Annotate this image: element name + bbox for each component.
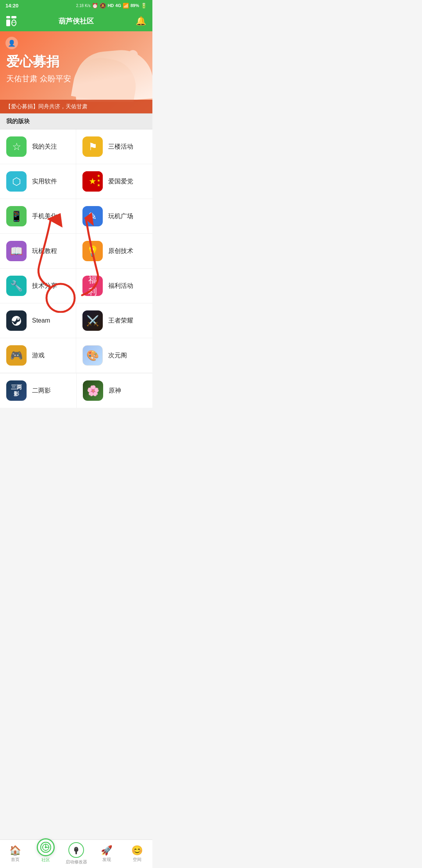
nav-bar: + 葫芦侠社区 🔔 xyxy=(0,11,152,31)
status-right: 2.18 K/s ⏰ 🔕 HD 4G 📶 89% 🔋 xyxy=(76,3,147,9)
welfare-activity-icon: 福利 xyxy=(82,276,103,296)
status-time: 14:20 xyxy=(5,3,18,9)
banner-caption-bar: 【爱心募捐】同舟共济，天佑甘肃 xyxy=(0,100,152,113)
svg-point-2 xyxy=(18,318,19,320)
phone-tutorial-label: 玩机教程 xyxy=(32,247,57,255)
list-item[interactable]: ⚔️ 王者荣耀 xyxy=(76,303,152,338)
genshin-label: 原神 xyxy=(109,387,121,395)
honor-of-kings-icon: ⚔️ xyxy=(82,310,103,331)
original-tech-icon: 💡 xyxy=(82,241,103,261)
tech-share-icon: 🔧 xyxy=(6,276,27,296)
list-item[interactable]: Steam xyxy=(0,303,76,338)
ciyuange-label: 次元阁 xyxy=(108,352,127,360)
hd-label: HD xyxy=(107,3,114,8)
grid-container: ☆ 我的关注 ⚑ 三楼活动 ⬡ 实用软件 ★ ★ ★ xyxy=(0,129,152,373)
banner[interactable]: 👤 ♥ ♥ 爱心募捐 天佑甘肃 众盼平安 【爱心募捐】同舟共济，天佑甘肃 xyxy=(0,31,152,113)
steam-label: Steam xyxy=(32,317,50,324)
alarm-icon: ⏰ xyxy=(92,3,98,9)
patriotic-icon: ★ ★ ★ ★ xyxy=(82,171,103,192)
tech-share-label: 技术分享 xyxy=(32,282,57,290)
mute-icon: 🔕 xyxy=(100,3,106,9)
game-label: 游戏 xyxy=(32,352,45,360)
list-item[interactable]: ⬡ 实用软件 xyxy=(0,164,76,199)
steam-icon xyxy=(6,310,27,331)
original-tech-label: 原创技术 xyxy=(108,247,133,255)
my-following-label: 我的关注 xyxy=(32,143,57,151)
game-icon: 🎮 xyxy=(6,345,27,366)
banner-caption-text: 【爱心募捐】同舟共济，天佑甘肃 xyxy=(5,103,88,109)
useful-software-icon: ⬡ xyxy=(6,171,27,192)
list-item[interactable]: 🎨 次元阁 xyxy=(76,338,152,373)
list-item[interactable]: ☆ 我的关注 xyxy=(0,129,76,164)
network-speed: 2.18 K/s xyxy=(76,4,91,8)
third-floor-activity-label: 三楼活动 xyxy=(108,143,133,151)
banner-avatar-icon: 👤 xyxy=(5,37,18,49)
list-item[interactable]: 福利 福利活动 xyxy=(76,269,152,303)
list-item[interactable]: 🔧 技术分享 xyxy=(0,269,76,303)
notification-bell-icon[interactable]: 🔔 xyxy=(136,16,146,26)
list-item[interactable]: 📱 手机美化 xyxy=(0,199,76,234)
signal-bars-icon: 📶 xyxy=(123,3,129,9)
list-item[interactable]: 📖 玩机教程 xyxy=(0,234,76,269)
phone-plaza-icon: ✎ xyxy=(82,206,103,226)
honor-of-kings-label: 王者荣耀 xyxy=(108,317,133,325)
phone-beauty-label: 手机美化 xyxy=(32,212,57,221)
my-following-icon: ☆ xyxy=(6,136,27,157)
nav-title: 葫芦侠社区 xyxy=(59,16,94,26)
battery-label: 89% xyxy=(131,3,139,8)
sanliangying-label: 二两影 xyxy=(32,387,51,395)
list-item[interactable]: 🌸 原神 xyxy=(77,373,153,408)
ciyuange-icon: 🎨 xyxy=(82,345,103,366)
section-header: 我的版块 xyxy=(0,113,152,129)
list-item[interactable]: 💡 原创技术 xyxy=(76,234,152,269)
banner-hands-decoration xyxy=(70,47,152,102)
useful-software-label: 实用软件 xyxy=(32,178,57,186)
phone-tutorial-icon: 📖 xyxy=(6,241,27,261)
genshin-icon: 🌸 xyxy=(83,380,103,401)
status-bar: 14:20 2.18 K/s ⏰ 🔕 HD 4G 📶 89% 🔋 xyxy=(0,0,152,11)
banner-main-text: 爱心募捐 xyxy=(6,53,59,71)
third-floor-activity-icon: ⚑ xyxy=(82,136,103,157)
list-item[interactable]: ⚑ 三楼活动 xyxy=(76,129,152,164)
list-item[interactable]: ✎ 玩机广场 xyxy=(76,199,152,234)
sanliangying-icon: 三两影 xyxy=(6,380,27,401)
welfare-activity-label: 福利活动 xyxy=(108,282,133,290)
battery-icon: 🔋 xyxy=(141,3,147,9)
patriotic-label: 爱国爱党 xyxy=(108,178,133,186)
phone-beauty-icon: 📱 xyxy=(6,206,27,226)
list-item[interactable]: 三两影 二两影 xyxy=(0,373,77,408)
signal-label: 4G xyxy=(115,3,121,8)
menu-icon[interactable]: + xyxy=(6,16,16,26)
page-wrapper: 14:20 2.18 K/s ⏰ 🔕 HD 4G 📶 89% 🔋 + 葫芦侠社区… xyxy=(0,0,152,435)
phone-plaza-label: 玩机广场 xyxy=(108,212,133,221)
partial-row: 三两影 二两影 🌸 原神 xyxy=(0,373,152,408)
banner-sub-text: 天佑甘肃 众盼平安 xyxy=(6,74,71,84)
list-item[interactable]: 🎮 游戏 xyxy=(0,338,76,373)
list-item[interactable]: ★ ★ ★ ★ 爱国爱党 xyxy=(76,164,152,199)
